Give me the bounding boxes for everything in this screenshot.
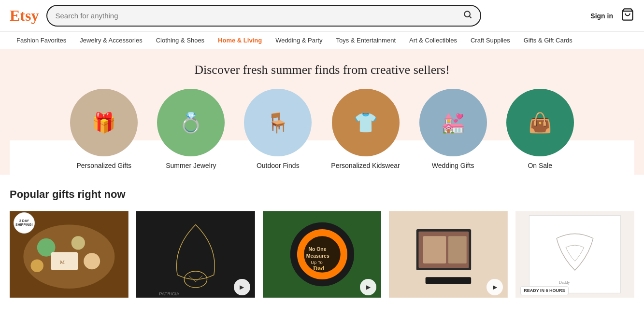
- nav-item-art---collectibles[interactable]: Art & Collectibles: [402, 32, 464, 49]
- category-icon-personalized-kidswear: 👕: [332, 89, 400, 156]
- search-bar: [46, 5, 481, 27]
- nav-item-gifts---gift-cards[interactable]: Gifts & Gift Cards: [517, 32, 579, 49]
- nav-item-toys---entertainment[interactable]: Toys & Entertainment: [329, 32, 402, 49]
- svg-point-0: [465, 11, 471, 17]
- product-card-charcuterie[interactable]: M 2 DAY SHIPPING!: [10, 208, 129, 300]
- category-label-on-sale: On Sale: [528, 161, 552, 175]
- svg-rect-29: [426, 277, 472, 284]
- category-circles: 🎁Personalized Gifts💍Summer Jewelry🪑Outdo…: [10, 89, 634, 175]
- product-card-necklace[interactable]: PATRICIA ▶: [136, 208, 255, 300]
- svg-text:Daddy: Daddy: [559, 280, 570, 285]
- popular-section: Popular gifts right now M 2 DAY SHIPPING…: [0, 175, 644, 308]
- category-label-personalized-kidswear: Personalized Kidswear: [331, 161, 400, 175]
- header-actions: Sign in: [590, 8, 634, 24]
- svg-point-7: [84, 253, 100, 269]
- nav-item-wedding---party[interactable]: Wedding & Party: [269, 32, 329, 49]
- nav-item-jewelry---accessories[interactable]: Jewelry & Accessories: [73, 32, 149, 49]
- svg-text:M: M: [60, 259, 65, 265]
- category-label-wedding-gifts: Wedding Gifts: [432, 161, 474, 175]
- category-icon-wedding-gifts: 💒: [419, 89, 487, 156]
- category-wedding-gifts[interactable]: 💒Wedding Gifts: [419, 89, 487, 175]
- category-label-outdoor-finds: Outdoor Finds: [257, 161, 300, 175]
- hero-banner: Discover fresh summer finds from creativ…: [0, 49, 644, 175]
- hero-title: Discover fresh summer finds from creativ…: [10, 63, 634, 77]
- svg-text:Measures: Measures: [306, 253, 329, 259]
- ready-badge: READY IN 6 HOURS: [520, 286, 568, 296]
- svg-point-8: [30, 260, 43, 272]
- svg-text:No One: No One: [308, 247, 326, 252]
- play-button-necklace[interactable]: ▶: [234, 279, 250, 295]
- svg-point-6: [72, 236, 85, 249]
- svg-rect-31: [530, 216, 621, 293]
- svg-line-1: [470, 16, 472, 18]
- category-icon-personalized-gifts: 🎁: [70, 89, 138, 156]
- category-outdoor-finds[interactable]: 🪑Outdoor Finds: [244, 89, 312, 175]
- header: Etsy Sign in: [0, 0, 644, 32]
- product-card-photos[interactable]: ▶: [389, 208, 508, 300]
- product-card-tape[interactable]: No One Measures Up To Dad ▶: [263, 208, 382, 300]
- product-grid: M 2 DAY SHIPPING! PATRICIA ▶ No One Meas…: [10, 208, 634, 300]
- svg-text:Dad: Dad: [313, 264, 325, 272]
- product-image-necklace: PATRICIA ▶: [136, 208, 255, 300]
- svg-rect-28: [448, 236, 467, 263]
- nav-item-clothing---shoes[interactable]: Clothing & Shoes: [149, 32, 211, 49]
- shopping-cart-icon: [621, 8, 634, 21]
- nav-item-fashion-favorites[interactable]: Fashion Favorites: [10, 32, 73, 49]
- category-label-personalized-gifts: Personalized Gifts: [76, 161, 131, 175]
- shipping-badge: 2 DAY SHIPPING!: [14, 212, 35, 234]
- popular-title: Popular gifts right now: [10, 188, 634, 201]
- nav-item-craft-supplies[interactable]: Craft Supplies: [464, 32, 517, 49]
- category-icon-summer-jewelry: 💍: [157, 89, 225, 156]
- category-summer-jewelry[interactable]: 💍Summer Jewelry: [157, 89, 225, 175]
- svg-text:PATRICIA: PATRICIA: [159, 291, 180, 296]
- product-image-photos: ▶: [389, 208, 508, 300]
- search-icon: [463, 10, 472, 19]
- category-icon-on-sale: 👜: [506, 89, 574, 156]
- category-icon-outdoor-finds: 🪑: [244, 89, 312, 156]
- cart-icon[interactable]: [621, 8, 634, 24]
- product-image-charcuterie: M 2 DAY SHIPPING!: [10, 208, 129, 300]
- search-button[interactable]: [463, 10, 472, 22]
- nav-item-home---living[interactable]: Home & Living: [211, 32, 269, 49]
- category-personalized-kidswear[interactable]: 👕Personalized Kidswear: [331, 89, 400, 175]
- category-personalized-gifts[interactable]: 🎁Personalized Gifts: [70, 89, 138, 175]
- product-card-print[interactable]: Daddy READY IN 6 HOURS: [515, 208, 634, 300]
- svg-rect-27: [423, 236, 446, 263]
- search-input[interactable]: [55, 12, 459, 20]
- category-on-sale[interactable]: 👜On Sale: [506, 89, 574, 175]
- etsy-logo[interactable]: Etsy: [10, 7, 39, 25]
- product-image-tape: No One Measures Up To Dad ▶: [263, 208, 382, 300]
- sign-in-button[interactable]: Sign in: [590, 12, 613, 20]
- category-label-summer-jewelry: Summer Jewelry: [166, 161, 216, 175]
- main-nav: Fashion FavoritesJewelry & AccessoriesCl…: [0, 32, 644, 49]
- product-image-print: Daddy READY IN 6 HOURS: [515, 208, 634, 300]
